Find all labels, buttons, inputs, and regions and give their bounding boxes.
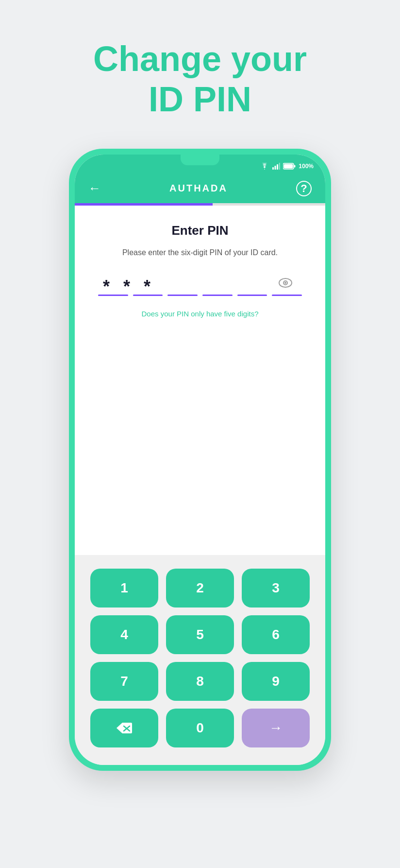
keypad: 1 2 3 4 5 6 7 8 9 0 → [75, 555, 325, 765]
pin-line-4 [202, 295, 233, 296]
keypad-grid: 1 2 3 4 5 6 7 8 9 0 → [90, 569, 310, 747]
key-9[interactable]: 9 [242, 662, 310, 701]
battery-percentage: 100% [299, 163, 314, 170]
key-1[interactable]: 1 [90, 569, 158, 608]
confirm-button[interactable]: → [242, 709, 310, 747]
pin-asterisks: * * * [98, 278, 155, 295]
key-4[interactable]: 4 [90, 615, 158, 654]
content-area: Enter PIN Please enter the six-digit PIN… [75, 206, 325, 555]
key-8[interactable]: 8 [166, 662, 234, 701]
svg-rect-0 [272, 167, 274, 170]
screen-title: Enter PIN [171, 223, 228, 238]
key-2[interactable]: 2 [166, 569, 234, 608]
phone-notch [181, 155, 219, 165]
svg-rect-1 [275, 166, 276, 170]
help-button[interactable]: ? [296, 181, 312, 196]
svg-rect-3 [279, 163, 281, 170]
pin-line-5 [237, 295, 267, 296]
signal-icon [272, 163, 280, 170]
key-7[interactable]: 7 [90, 662, 158, 701]
five-digit-link[interactable]: Does your PIN only have five digits? [142, 310, 259, 318]
page-title: Change your ID PIN [93, 39, 307, 120]
phone-frame: 100% ← AUTHADA ? Enter PIN Please enter … [69, 149, 331, 771]
status-icons: 100% [260, 163, 314, 170]
phone-screen: 100% ← AUTHADA ? Enter PIN Please enter … [75, 155, 325, 765]
svg-rect-2 [277, 164, 278, 170]
delete-button[interactable] [90, 709, 158, 747]
title-line2: ID PIN [93, 79, 307, 120]
pin-display: * * * [88, 278, 312, 296]
screen-subtitle: Please enter the six-digit PIN of your I… [122, 247, 278, 259]
key-6[interactable]: 6 [242, 615, 310, 654]
app-name: AUTHADA [169, 183, 228, 194]
wifi-icon [260, 163, 269, 170]
eye-toggle-button[interactable] [279, 278, 292, 291]
title-line1: Change your [93, 39, 307, 79]
svg-rect-6 [294, 165, 296, 167]
back-button[interactable]: ← [88, 181, 101, 196]
pin-line-6 [272, 295, 302, 296]
pin-digit-3: * [144, 278, 150, 295]
pin-digit-1: * [103, 278, 110, 295]
battery-icon [283, 163, 296, 170]
pin-digit-2: * [123, 278, 130, 295]
key-3[interactable]: 3 [242, 569, 310, 608]
key-0[interactable]: 0 [166, 709, 234, 747]
nav-bar: ← AUTHADA ? [75, 176, 325, 203]
pin-line-3 [167, 295, 198, 296]
key-5[interactable]: 5 [166, 615, 234, 654]
svg-rect-5 [284, 164, 293, 168]
confirm-arrow-icon: → [269, 720, 283, 736]
svg-point-9 [284, 282, 286, 284]
